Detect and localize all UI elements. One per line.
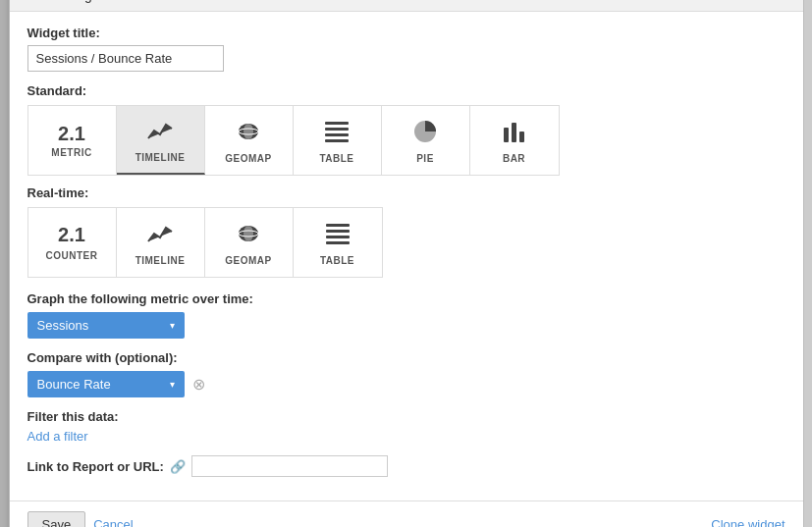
- link-input-area[interactable]: [191, 455, 388, 477]
- svg-rect-15: [326, 230, 350, 233]
- geomap-icon: [235, 118, 262, 149]
- footer-left: Save Cancel: [27, 511, 134, 527]
- svg-rect-6: [325, 139, 349, 142]
- link-section: Link to Report or URL: 🔗: [27, 455, 785, 477]
- pie-label: PIE: [416, 153, 434, 164]
- svg-rect-4: [325, 128, 349, 131]
- table-icon: [323, 118, 351, 149]
- svg-point-1: [244, 124, 253, 139]
- standard-type-geomap[interactable]: GEOMAP: [205, 106, 294, 175]
- table-label: TABLE: [319, 153, 353, 164]
- realtime-type-timeline[interactable]: TIMELINE: [117, 208, 205, 277]
- clone-widget-link[interactable]: Clone widget: [711, 517, 785, 527]
- table-rt-label: TABLE: [320, 255, 354, 266]
- compare-row: Bounce Rate ▾ ⊗: [27, 371, 785, 397]
- standard-type-timeline[interactable]: TIMELINE: [117, 106, 205, 175]
- widget-title-label: Widget title:: [27, 26, 785, 40]
- standard-types-row: 2.1 METRIC TIMELINE: [27, 105, 560, 176]
- counter-icon: 2.1: [58, 224, 85, 246]
- compare-label: Compare with (optional):: [27, 350, 785, 365]
- side-panel-label: A: [804, 0, 813, 2]
- realtime-label: Real-time:: [27, 185, 785, 200]
- close-button[interactable]: ×: [782, 0, 790, 3]
- metric-icon: 2.1: [58, 124, 85, 143]
- side-panel: A: [803, 0, 813, 527]
- save-button[interactable]: Save: [27, 511, 86, 527]
- metric-dropdown-value: Sessions: [37, 318, 89, 333]
- dialog-titlebar: Add a Widget ×: [10, 0, 803, 12]
- svg-rect-5: [325, 133, 349, 136]
- filter-section: Filter this data: Add a filter: [27, 409, 785, 444]
- standard-type-pie[interactable]: PIE: [382, 106, 470, 175]
- table-rt-icon: [324, 220, 352, 251]
- svg-point-12: [244, 226, 253, 241]
- standard-type-bar[interactable]: BAR: [470, 106, 559, 175]
- bar-icon: [501, 118, 528, 149]
- timeline-rt-icon: [146, 220, 174, 251]
- metric-label: METRIC: [51, 147, 91, 158]
- compare-section: Compare with (optional): Bounce Rate ▾ ⊗: [27, 350, 785, 397]
- compare-dropdown-value: Bounce Rate: [37, 377, 111, 392]
- link-label: Link to Report or URL:: [27, 459, 164, 474]
- metric-dropdown-arrow: ▾: [170, 320, 175, 331]
- add-filter-link[interactable]: Add a filter: [27, 429, 785, 444]
- widget-title-input[interactable]: [27, 45, 224, 72]
- compare-dropdown[interactable]: Bounce Rate ▾: [27, 371, 185, 397]
- svg-rect-16: [326, 236, 350, 238]
- realtime-types-row: 2.1 COUNTER TIMELINE: [27, 207, 383, 278]
- counter-label: COUNTER: [46, 250, 98, 261]
- link-icon: 🔗: [170, 459, 186, 474]
- bar-label: BAR: [503, 153, 525, 164]
- realtime-type-counter[interactable]: 2.1 COUNTER: [28, 208, 117, 277]
- add-widget-dialog: Add a Widget × Widget title: Standard: 2…: [9, 0, 804, 527]
- svg-rect-17: [326, 241, 350, 244]
- pie-icon: [411, 118, 439, 149]
- standard-type-metric[interactable]: 2.1 METRIC: [28, 106, 117, 175]
- realtime-type-geomap[interactable]: GEOMAP: [205, 208, 294, 277]
- realtime-type-table[interactable]: TABLE: [294, 208, 382, 277]
- svg-rect-8: [504, 128, 509, 142]
- standard-label: Standard:: [27, 83, 785, 98]
- dialog-footer: Save Cancel Clone widget: [10, 501, 803, 527]
- compare-dropdown-arrow: ▾: [170, 379, 175, 390]
- geomap-rt-label: GEOMAP: [225, 255, 271, 266]
- geomap-rt-icon: [235, 220, 262, 251]
- cancel-button[interactable]: Cancel: [93, 511, 133, 527]
- geomap-label: GEOMAP: [225, 153, 271, 164]
- standard-type-table[interactable]: TABLE: [294, 106, 382, 175]
- timeline-icon: [146, 117, 174, 148]
- filter-label: Filter this data:: [27, 409, 785, 424]
- dialog-title: Add a Widget: [22, 0, 104, 3]
- svg-rect-3: [325, 122, 349, 125]
- remove-compare-icon[interactable]: ⊗: [192, 375, 205, 394]
- svg-rect-14: [326, 224, 350, 227]
- graph-label: Graph the following metric over time:: [27, 291, 785, 306]
- dialog-body: Widget title: Standard: 2.1 METRIC TIMEL…: [10, 12, 803, 487]
- graph-section: Graph the following metric over time: Se…: [27, 291, 785, 339]
- svg-rect-10: [519, 132, 524, 142]
- timeline-rt-label: TIMELINE: [135, 255, 186, 266]
- svg-rect-9: [512, 123, 516, 142]
- metric-dropdown[interactable]: Sessions ▾: [27, 312, 185, 339]
- timeline-label: TIMELINE: [135, 152, 186, 163]
